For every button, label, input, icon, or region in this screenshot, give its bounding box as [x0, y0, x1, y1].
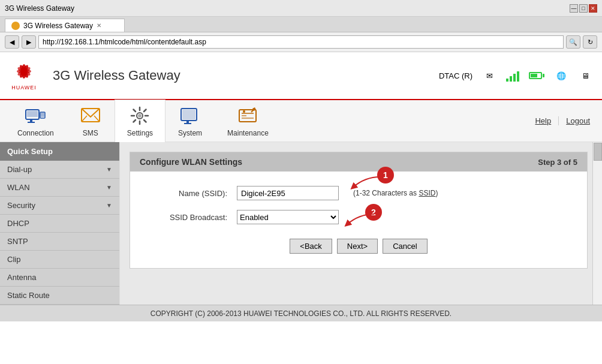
logo-text: HUAWEI	[11, 85, 37, 91]
url-input[interactable]	[38, 35, 564, 49]
configure-step: Step 3 of 5	[538, 158, 577, 167]
window-title: 3G Wireless Gateway	[5, 4, 74, 13]
configure-body: 1 Name (SSID): (1-32 Charac	[130, 172, 587, 268]
minimize-button[interactable]: —	[570, 4, 578, 13]
maximize-button[interactable]: □	[579, 4, 588, 13]
sidebar-item-sntp[interactable]: SNTP	[0, 233, 119, 251]
svg-line-20	[134, 110, 136, 112]
logout-link[interactable]: Logout	[559, 116, 597, 125]
svg-rect-11	[41, 113, 44, 117]
scrollbar[interactable]	[592, 142, 602, 305]
signal-icon	[506, 70, 519, 82]
svg-line-22	[144, 110, 146, 112]
nav-item-maintenance[interactable]: Maintenance	[215, 100, 281, 143]
globe-icon: 🌐	[554, 68, 568, 83]
ssid-link[interactable]: SSID	[419, 189, 435, 197]
nav-item-sms[interactable]: SMS	[67, 100, 115, 143]
header-right: DTAC (R) ✉ 🌐 🖥	[439, 68, 592, 83]
scroll-thumb[interactable]	[594, 143, 602, 161]
svg-rect-9	[28, 122, 35, 123]
svg-point-24	[138, 114, 142, 118]
annotation-2-arrow	[341, 211, 377, 231]
tab-title-text: 3G Wireless Gateway	[23, 22, 93, 30]
nav-item-system[interactable]: System	[165, 100, 215, 143]
close-button[interactable]: ✕	[589, 4, 597, 13]
signal-bar-2	[510, 76, 512, 82]
sidebar-label-dhcp: DHCP	[7, 219, 29, 228]
sidebar-label-wlan: WLAN	[7, 183, 30, 192]
svg-rect-7	[27, 111, 38, 117]
svg-rect-27	[186, 121, 189, 123]
sidebar-label-static-route: Static Route	[7, 291, 50, 300]
sidebar-item-wlan[interactable]: WLAN ▼	[0, 179, 119, 197]
form-area: 1 Name (SSID): (1-32 Charac	[149, 186, 568, 254]
browser-chrome: 3G Wireless Gateway — □ ✕ 3G Wireless Ga…	[0, 0, 602, 52]
main-content: Quick Setup Dial-up ▼ WLAN ▼ Security ▼ …	[0, 142, 602, 305]
svg-rect-26	[182, 110, 195, 119]
settings-icon	[129, 105, 150, 127]
browser-tab[interactable]: 3G Wireless Gateway ✕	[5, 19, 125, 32]
battery-icon	[529, 72, 544, 79]
app-header: HUAWEI 3G Wireless Gateway DTAC (R) ✉ 🌐 …	[0, 52, 602, 100]
svg-point-31	[243, 110, 245, 113]
signal-bar-3	[513, 74, 516, 82]
mail-icon: ✉	[482, 68, 496, 83]
sidebar-item-antenna[interactable]: Antenna	[0, 269, 119, 287]
sidebar-label-security: Security	[7, 201, 35, 210]
sidebar-label-antenna: Antenna	[7, 273, 36, 282]
sidebar-label-sntp: SNTP	[7, 237, 28, 246]
signal-bar-4	[517, 71, 519, 82]
back-button[interactable]: <Back	[290, 239, 332, 254]
refresh-button[interactable]: ↻	[583, 35, 597, 49]
sidebar: Quick Setup Dial-up ▼ WLAN ▼ Security ▼ …	[0, 142, 120, 305]
sidebar-item-dial-up[interactable]: Dial-up ▼	[0, 161, 119, 179]
sms-icon	[80, 105, 101, 127]
help-link[interactable]: Help	[528, 116, 559, 125]
svg-rect-33	[242, 118, 254, 119]
sidebar-item-security[interactable]: Security ▼	[0, 197, 119, 215]
app-title: 3G Wireless Gateway	[53, 68, 429, 83]
nav-item-settings[interactable]: Settings	[115, 100, 165, 143]
chevron-down-icon: ▼	[106, 184, 112, 191]
signal-bar-1	[506, 79, 508, 82]
broadcast-select[interactable]: Enabled Disabled	[237, 210, 339, 224]
tab-favicon-icon	[11, 22, 20, 30]
nav-item-connection[interactable]: Connection	[5, 100, 67, 143]
search-icon[interactable]: 🔍	[566, 35, 580, 49]
chevron-down-icon: ▼	[106, 202, 112, 209]
nav-bar: Connection SMS	[0, 100, 602, 142]
svg-line-23	[134, 120, 136, 122]
title-bar: 3G Wireless Gateway — □ ✕	[0, 0, 602, 17]
sidebar-item-clip[interactable]: Clip	[0, 251, 119, 269]
back-button[interactable]: ◀	[5, 35, 19, 49]
forward-button[interactable]: ▶	[22, 35, 36, 49]
monitor-icon: 🖥	[578, 68, 592, 83]
nav-label-settings: Settings	[127, 129, 153, 137]
nav-label-system: System	[178, 129, 202, 137]
ssid-input[interactable]	[237, 186, 339, 200]
configure-panel: Configure WLAN Settings Step 3 of 5 1	[130, 152, 588, 269]
next-button[interactable]: Next>	[337, 239, 378, 254]
dtac-label: DTAC (R)	[439, 71, 472, 80]
title-bar-left: 3G Wireless Gateway	[5, 4, 74, 13]
cancel-button[interactable]: Cancel	[383, 239, 427, 254]
svg-rect-28	[184, 123, 191, 124]
sidebar-item-static-route[interactable]: Static Route	[0, 287, 119, 305]
maintenance-icon	[237, 105, 258, 127]
address-bar: ◀ ▶ 🔍 ↻	[0, 32, 602, 52]
nav-links: Help Logout	[528, 116, 597, 125]
nav-label-connection: Connection	[17, 129, 54, 137]
sidebar-header: Quick Setup	[0, 142, 119, 161]
window-controls: — □ ✕	[570, 4, 597, 13]
huawei-logo: HUAWEI	[10, 61, 38, 91]
system-icon	[179, 105, 201, 127]
configure-header: Configure WLAN Settings Step 3 of 5	[130, 152, 587, 172]
sidebar-item-dhcp[interactable]: DHCP	[0, 215, 119, 233]
tab-close-icon[interactable]: ✕	[97, 22, 101, 29]
svg-rect-8	[30, 119, 32, 122]
ssid-label: Name (SSID):	[149, 189, 227, 198]
svg-line-14	[94, 116, 100, 122]
nav-label-maintenance: Maintenance	[227, 129, 269, 137]
nav-label-sms: SMS	[83, 129, 98, 137]
content-inner: Configure WLAN Settings Step 3 of 5 1	[120, 142, 602, 278]
